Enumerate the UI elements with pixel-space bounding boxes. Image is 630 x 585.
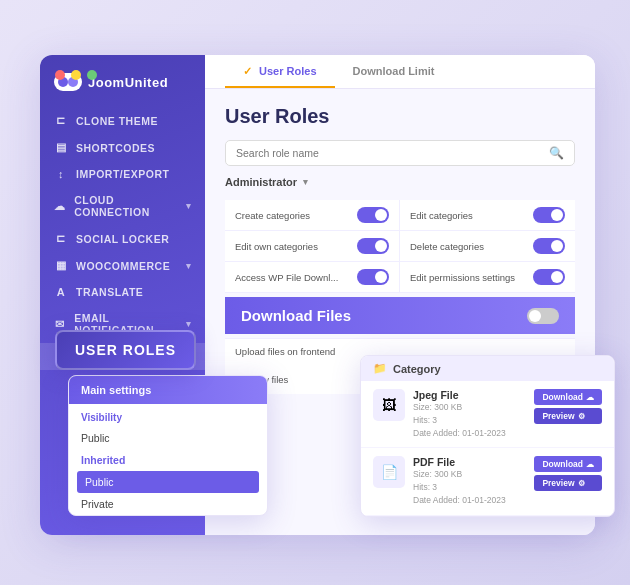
download-files-title: Download Files [241,307,351,324]
toggle-edit-categories[interactable] [533,207,565,223]
option-public-1[interactable]: Public [69,427,267,449]
browser-dots [55,70,97,80]
toggle-edit-permissions[interactable] [533,269,565,285]
tab-bar: User Roles Download Limit [205,55,595,89]
search-icon: 🔍 [549,146,564,160]
perm-label: Create categories [235,210,310,221]
image-icon: 🖼 [382,397,396,413]
chevron-down-icon: ▾ [303,177,308,187]
search-input[interactable] [236,147,549,159]
jpeg-actions: Download ☁ Preview ⚙ [534,389,602,424]
chevron-down-icon: ▾ [186,319,192,329]
pdf-size: Size: 300 KB [413,468,526,481]
sidebar-item-label: SHORTCODES [76,142,155,154]
woo-icon: ▦ [54,259,68,272]
role-selector[interactable]: Administrator ▾ [225,176,575,188]
category-label: Category [393,363,441,375]
selected-role: Administrator [225,176,297,188]
sidebar-item-shortcodes[interactable]: ▤ SHORTCODES [40,134,205,161]
sidebar-item-label: TRANSLATE [76,286,143,298]
perm-label: Access WP File Downl... [235,272,338,283]
sidebar-item-label: CLONE THEME [76,115,158,127]
jpeg-size: Size: 300 KB [413,401,526,414]
perm-row-create-categories: Create categories [225,200,400,231]
download-icon: ☁ [586,393,594,402]
pdf-date: Date Added: 01-01-2023 [413,494,526,507]
perm-row-edit-categories: Edit categories [400,200,575,231]
perm-label: Edit categories [410,210,473,221]
import-export-icon: ↕ [54,168,68,180]
perm-row-access-wp-file: Access WP File Downl... [225,262,400,293]
file-item-pdf: 📄 PDF File Size: 300 KB Hits: 3 Date Add… [361,448,614,515]
pdf-icon: 📄 [381,464,398,480]
pdf-name: PDF File [413,456,526,468]
pdf-preview-button[interactable]: Preview ⚙ [534,475,602,491]
jpeg-thumb: 🖼 [373,389,405,421]
sidebar-item-label: WOOCOMMERCE [76,260,170,272]
toggle-download-files[interactable] [527,308,559,324]
toggle-access-wp[interactable] [357,269,389,285]
pdf-info: PDF File Size: 300 KB Hits: 3 Date Added… [413,456,526,506]
sidebar-item-label: CLOUD CONNECTION [74,194,177,218]
perm-row-edit-permissions: Edit permissions settings [400,262,575,293]
logo-text: JoomUnited [88,75,168,90]
dot-yellow [71,70,81,80]
folder-icon: 📁 [373,362,387,375]
download-files-banner: Download Files [225,297,575,334]
jpeg-hits: Hits: 3 [413,414,526,427]
jpeg-info: Jpeg File Size: 300 KB Hits: 3 Date Adde… [413,389,526,439]
chevron-down-icon: ▾ [186,201,192,211]
page-title: User Roles [225,105,575,128]
option-public-selected[interactable]: Public [77,471,259,493]
permissions-grid: Create categories Edit categories Edit o… [225,200,575,293]
dot-red [55,70,65,80]
shortcodes-icon: ▤ [54,141,68,154]
jpeg-name: Jpeg File [413,389,526,401]
sidebar-item-social-locker[interactable]: ⊏ SOCIAL LOCKER [40,225,205,252]
sidebar-item-woocommerce[interactable]: ▦ WOOCOMMERCE ▾ [40,252,205,279]
dot-green [87,70,97,80]
download-icon: ☁ [586,460,594,469]
pdf-download-button[interactable]: Download ☁ [534,456,602,472]
pdf-actions: Download ☁ Preview ⚙ [534,456,602,491]
chevron-down-icon: ▾ [186,261,192,271]
perm-row-edit-own-categories: Edit own categories [225,231,400,262]
gear-icon: ⚙ [578,479,585,488]
jpeg-download-button[interactable]: Download ☁ [534,389,602,405]
option-private[interactable]: Private [69,493,267,515]
toggle-delete-categories[interactable] [533,238,565,254]
perm-label: Delete categories [410,241,484,252]
sidebar-item-cloud-connection[interactable]: ☁ CLOUD CONNECTION ▾ [40,187,205,225]
clone-theme-icon: ⊏ [54,114,68,127]
sidebar-item-clone-theme[interactable]: ⊏ CLONE THEME [40,107,205,134]
sidebar-item-label: IMPORT/EXPORT [76,168,169,180]
jpeg-date: Date Added: 01-01-2023 [413,427,526,440]
perm-label: Edit permissions settings [410,272,515,283]
toggle-create-categories[interactable] [357,207,389,223]
visibility-label: Visibility [69,404,267,427]
pdf-thumb: 📄 [373,456,405,488]
file-panel-header: 📁 Category [361,356,614,381]
translate-icon: A [54,286,68,298]
main-settings-header: Main settings [69,376,267,404]
tab-download-limit[interactable]: Download Limit [335,55,453,88]
file-item-jpeg: 🖼 Jpeg File Size: 300 KB Hits: 3 Date Ad… [361,381,614,448]
pdf-hits: Hits: 3 [413,481,526,494]
file-panel: 📁 Category 🖼 Jpeg File Size: 300 KB Hits… [360,355,615,517]
jpeg-preview-button[interactable]: Preview ⚙ [534,408,602,424]
gear-icon: ⚙ [578,412,585,421]
main-settings-panel: Main settings Visibility Public Inherite… [68,375,268,516]
cloud-icon: ☁ [54,200,66,213]
user-roles-badge: USER ROLES [55,330,196,370]
sidebar-item-label: SOCIAL LOCKER [76,233,169,245]
toggle-edit-own-categories[interactable] [357,238,389,254]
sidebar-item-import-export[interactable]: ↕ IMPORT/EXPORT [40,161,205,187]
tab-user-roles[interactable]: User Roles [225,55,335,88]
social-locker-icon: ⊏ [54,232,68,245]
email-icon: ✉ [54,318,66,331]
perm-row-delete-categories: Delete categories [400,231,575,262]
search-bar: 🔍 [225,140,575,166]
upload-files-label: Upload files on frontend [235,346,335,357]
option-inherited[interactable]: Inherited [69,449,267,471]
sidebar-item-translate[interactable]: A TRANSLATE [40,279,205,305]
